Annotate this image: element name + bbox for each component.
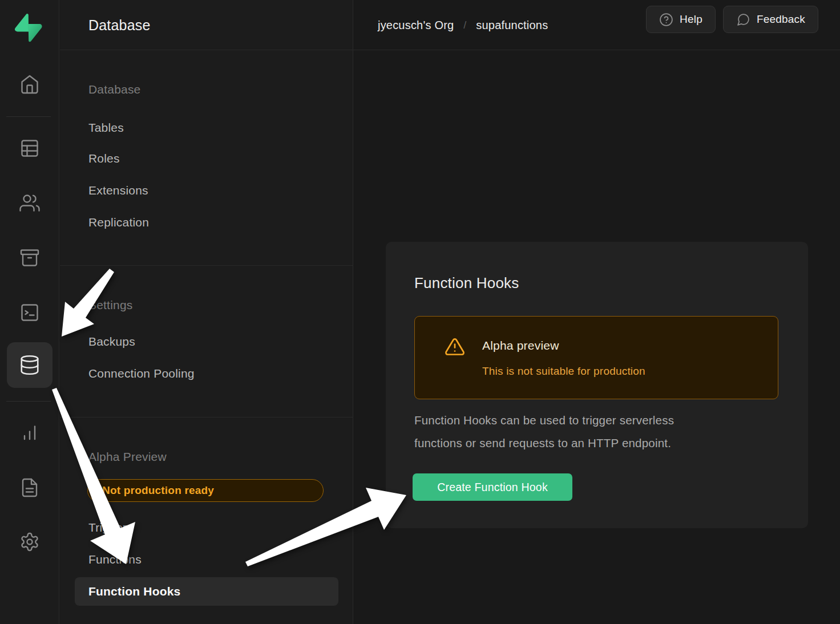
section-label-database: Database (88, 83, 141, 96)
rail-item-reports[interactable] (17, 420, 42, 445)
feedback-bubble-icon (736, 13, 750, 27)
sidebar-item-roles[interactable]: Roles (88, 152, 120, 165)
nav-rail (0, 0, 59, 624)
rail-item-logs[interactable] (17, 475, 42, 500)
breadcrumb-org[interactable]: jyecusch's Org (378, 19, 454, 32)
rail-divider (6, 401, 51, 402)
help-button[interactable]: Help (646, 6, 716, 33)
supabase-dashboard: Database Database Tables Roles Extension… (0, 0, 840, 624)
breadcrumb-project[interactable]: supafunctions (476, 19, 548, 32)
rail-item-sql-editor[interactable] (17, 300, 42, 325)
card-description: Function Hooks can be used to trigger se… (414, 409, 780, 455)
sidebar-item-function-hooks[interactable]: Function Hooks (75, 577, 338, 606)
sidebar-item-function-hooks-label: Function Hooks (75, 577, 338, 606)
database-sidebar: Database Database Tables Roles Extension… (60, 0, 353, 624)
rail-item-settings[interactable] (17, 529, 42, 554)
sidebar-item-connection-pooling[interactable]: Connection Pooling (88, 367, 195, 380)
sidebar-item-tables[interactable]: Tables (88, 121, 124, 135)
feedback-button[interactable]: Feedback (723, 6, 818, 33)
top-bar: jyecusch's Org / supafunctions Help Feed… (353, 0, 840, 50)
help-button-label: Help (680, 13, 702, 26)
table-editor-icon (19, 138, 40, 159)
sidebar-item-backups[interactable]: Backups (88, 335, 135, 349)
feedback-button-label: Feedback (757, 13, 805, 26)
sidebar-item-extensions[interactable]: Extensions (88, 184, 148, 197)
rail-divider (6, 116, 51, 117)
sidebar-item-triggers[interactable]: Triggers (88, 521, 133, 534)
terminal-icon (19, 302, 40, 323)
create-function-hook-button[interactable]: Create Function Hook (413, 473, 572, 501)
bar-chart-icon (19, 422, 40, 443)
supabase-logo[interactable] (15, 14, 42, 41)
help-circle-icon (659, 13, 673, 27)
topbar-actions: Help Feedback (646, 6, 818, 33)
archive-icon (19, 248, 40, 268)
alert-description: This is not suitable for production (482, 365, 645, 378)
sidebar-title: Database (88, 0, 151, 50)
card-title: Function Hooks (414, 274, 519, 292)
section-label-alpha-preview: Alpha Preview (88, 450, 167, 464)
sidebar-item-replication[interactable]: Replication (88, 216, 149, 229)
alpha-preview-alert: Alpha preview This is not suitable for p… (414, 316, 778, 399)
users-icon (19, 193, 40, 213)
card-description-line: functions or send requests to an HTTP en… (414, 432, 780, 455)
alert-title: Alpha preview (482, 339, 559, 352)
function-hooks-card: Function Hooks Alpha preview This is not… (386, 242, 808, 528)
sidebar-header: Database (60, 0, 353, 50)
sidebar-divider (60, 417, 353, 418)
rail-item-table-editor[interactable] (17, 136, 42, 161)
home-icon (19, 74, 40, 95)
file-text-icon (19, 477, 40, 498)
rail-item-home[interactable] (17, 72, 42, 97)
rail-item-database[interactable] (7, 342, 52, 388)
sidebar-item-functions[interactable]: Functions (88, 553, 142, 566)
database-icon (19, 354, 41, 376)
section-label-settings: Settings (88, 298, 132, 312)
warning-triangle-icon (445, 337, 465, 357)
rail-item-auth-users[interactable] (17, 191, 42, 216)
sidebar-divider (60, 265, 353, 266)
not-production-ready-badge: Not production ready (87, 479, 324, 502)
rail-item-storage[interactable] (17, 245, 42, 270)
breadcrumb: jyecusch's Org / supafunctions (378, 0, 548, 50)
card-description-line: Function Hooks can be used to trigger se… (414, 409, 780, 432)
breadcrumb-separator: / (463, 19, 466, 31)
settings-gear-icon (19, 532, 40, 552)
